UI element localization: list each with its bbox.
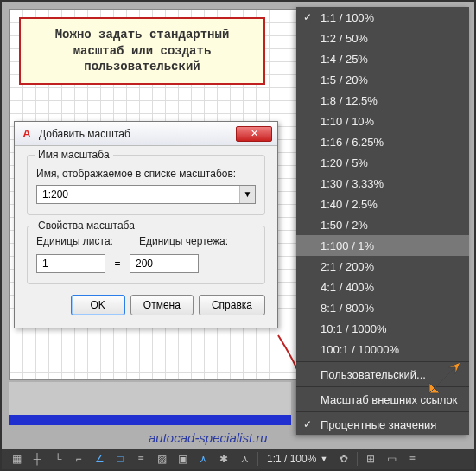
menu-item-scale[interactable]: 1:30 / 3.33%	[296, 173, 469, 194]
sb-scale-text: 1:1 / 100%	[267, 453, 316, 465]
menu-item-label: 10:1 / 1000%	[321, 322, 387, 335]
check-icon: ✓	[303, 418, 312, 430]
group-title-name: Имя масштаба	[35, 149, 113, 161]
menu-item-label: 1:8 / 12.5%	[321, 94, 378, 107]
menu-item-label: 8:1 / 800%	[321, 302, 374, 315]
menu-item-scale[interactable]: 8:1 / 800%	[296, 297, 469, 318]
sb-grid-icon[interactable]: ▦	[7, 450, 26, 468]
menu-item-label: 1:50 / 2%	[321, 219, 368, 232]
sb-autoscale-icon[interactable]: ✱	[214, 450, 233, 468]
menu-item-scale[interactable]: 2:1 / 200%	[296, 256, 469, 277]
sb-transparency-icon[interactable]: ▨	[152, 450, 171, 468]
drawing-units-input[interactable]	[130, 254, 199, 273]
scale-props-group: Свойства масштаба Единицы листа: Единицы…	[27, 226, 265, 284]
paper-units-input[interactable]	[36, 254, 105, 273]
menu-item-scale[interactable]: 1:8 / 12.5%	[296, 90, 469, 111]
sb-workspace-icon[interactable]: ⊞	[361, 450, 380, 468]
sb-gear-icon[interactable]: ✿	[334, 450, 353, 468]
menu-item-label: 1:10 / 10%	[321, 115, 374, 128]
layout-bluebar	[9, 415, 291, 425]
sb-polar-icon[interactable]: ⌐	[69, 450, 88, 468]
autocad-icon: A	[20, 127, 34, 141]
menu-item-scale[interactable]: ✓1:1 / 100%	[296, 7, 469, 28]
menu-item-label: 1:30 / 3.33%	[321, 177, 384, 190]
menu-item-label: 1:1 / 100%	[321, 11, 374, 24]
menu-item-scale[interactable]: 1:16 / 6.25%	[296, 131, 469, 152]
menu-item-scale[interactable]: 1:100 / 1%	[296, 235, 469, 256]
menu-separator	[296, 411, 469, 412]
sb-customize-icon[interactable]: ≡	[403, 450, 422, 468]
paper-units-label: Единицы листа:	[36, 235, 113, 247]
menu-item-label: 1:5 / 20%	[321, 73, 368, 86]
menu-item-scale[interactable]: 1:40 / 2.5%	[296, 194, 469, 214]
menu-item-label: 100:1 / 10000%	[321, 343, 399, 356]
menu-item-scale[interactable]: 1:50 / 2%	[296, 214, 469, 235]
menu-item-label: 2:1 / 200%	[321, 260, 374, 273]
sb-isodraft-icon[interactable]: ∠	[90, 450, 109, 468]
dialog-title: Добавить масштаб	[39, 128, 236, 140]
menu-item-scale[interactable]: 1:2 / 50%	[296, 28, 469, 48]
scale-name-value: 1:200	[37, 188, 239, 200]
dialog-titlebar[interactable]: A Добавить масштаб ✕	[15, 122, 277, 146]
sb-snap-icon[interactable]: ┼	[28, 450, 47, 468]
sb-maximize-icon[interactable]: ▭	[382, 450, 401, 468]
annotation-note: Можно задать стандартный масштаб или соз…	[19, 17, 265, 85]
status-bar: ▦ ┼ └ ⌐ ∠ □ ≡ ▨ ▣ ⋏ ✱ ⋏ 1:1 / 100% ▼ ✿ ⊞…	[2, 449, 474, 469]
menu-item-scale[interactable]: 10:1 / 1000%	[296, 318, 469, 339]
sb-scale-display[interactable]: 1:1 / 100% ▼	[262, 453, 333, 465]
sb-lineweight-icon[interactable]: ≡	[131, 450, 150, 468]
close-button[interactable]: ✕	[236, 126, 272, 142]
sb-annoscale-icon[interactable]: ⋏	[235, 450, 254, 468]
scale-name-label: Имя, отображаемое в списке масштабов:	[36, 168, 256, 180]
scale-name-combo[interactable]: 1:200 ▼	[36, 185, 256, 204]
menu-item-label: 1:100 / 1%	[321, 239, 374, 252]
group-title-props: Свойства масштаба	[35, 220, 138, 232]
menu-item-scale[interactable]: 1:10 / 10%	[296, 111, 469, 131]
menu-item-scale[interactable]: 1:4 / 25%	[296, 48, 469, 69]
sb-ortho-icon[interactable]: └	[48, 450, 67, 468]
chevron-down-icon[interactable]: ▼	[239, 186, 255, 203]
menu-item-label: 1:16 / 6.25%	[321, 136, 384, 149]
sb-cycling-icon[interactable]: ▣	[173, 450, 192, 468]
menu-item-scale[interactable]: 1:20 / 5%	[296, 152, 469, 173]
ok-button[interactable]: OK	[71, 295, 125, 315]
menu-item-label: 1:40 / 2.5%	[321, 198, 378, 211]
watermark-text: autocad-specialist.ru	[149, 430, 268, 445]
menu-item-scale[interactable]: 1:5 / 20%	[296, 69, 469, 90]
chevron-down-icon: ▼	[320, 455, 327, 463]
menu-item-label: 1:20 / 5%	[321, 156, 368, 169]
menu-item-percent[interactable]: ✓Процентные значения	[296, 414, 469, 435]
menu-item-label: Пользовательский...	[321, 368, 426, 381]
cancel-button[interactable]: Отмена	[130, 295, 194, 315]
drawing-units-label: Единицы чертежа:	[139, 235, 228, 247]
menu-item-label: 4:1 / 400%	[321, 281, 374, 294]
check-icon: ✓	[303, 11, 312, 23]
scale-name-group: Имя масштаба Имя, отображаемое в списке …	[27, 155, 265, 215]
equals-sign: =	[112, 258, 123, 270]
menu-item-label: Процентные значения	[321, 418, 436, 431]
sb-annotation-icon[interactable]: ⋏	[194, 450, 213, 468]
menu-item-label: 1:2 / 50%	[321, 32, 368, 45]
menu-item-scale[interactable]: 4:1 / 400%	[296, 277, 469, 297]
sb-osnap-icon[interactable]: □	[111, 450, 130, 468]
add-scale-dialog: A Добавить масштаб ✕ Имя масштаба Имя, о…	[14, 121, 278, 328]
layout-graybar	[9, 382, 291, 415]
help-button[interactable]: Справка	[199, 295, 265, 315]
logo-arrow-icon	[422, 357, 466, 400]
menu-item-label: 1:4 / 25%	[321, 53, 368, 66]
